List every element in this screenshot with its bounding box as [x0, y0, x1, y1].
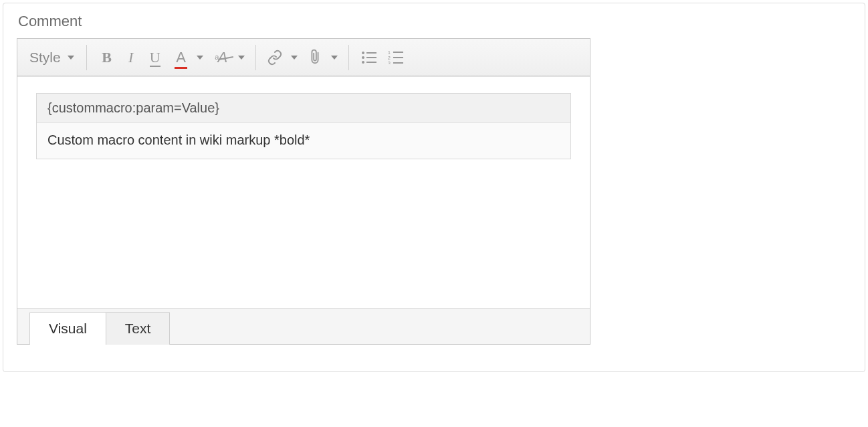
paperclip-icon	[308, 49, 322, 66]
clear-format-icon: aA	[215, 49, 227, 66]
clear-formatting-button[interactable]: aA	[210, 46, 247, 69]
caret-icon	[68, 56, 74, 60]
bold-icon: B	[102, 49, 112, 66]
panel-title: Comment	[18, 13, 851, 30]
text-color-icon: A	[176, 50, 186, 65]
svg-rect-11	[393, 62, 403, 64]
italic-icon: I	[128, 49, 133, 66]
text-color-button[interactable]: A	[171, 46, 206, 69]
separator	[86, 45, 87, 70]
caret-icon	[197, 56, 203, 60]
bullet-list-button[interactable]	[357, 46, 381, 69]
separator	[255, 45, 256, 70]
toolbar: Style B I U A	[17, 39, 590, 76]
svg-text:1: 1	[388, 51, 391, 55]
tab-visual[interactable]: Visual	[29, 312, 106, 345]
style-dropdown[interactable]: Style	[28, 50, 78, 66]
caret-icon	[238, 56, 245, 60]
svg-rect-7	[393, 52, 403, 53]
underline-button[interactable]: U	[143, 46, 167, 69]
comment-panel: Comment Style B I U A	[3, 3, 865, 372]
underline-icon: U	[150, 50, 160, 65]
tab-text[interactable]: Text	[106, 312, 171, 345]
bold-button[interactable]: B	[95, 46, 119, 69]
attachment-button[interactable]	[304, 46, 340, 69]
style-label: Style	[29, 50, 61, 66]
numbered-list-icon: 1 2 3	[388, 51, 404, 64]
bullet-list-icon	[361, 51, 377, 64]
editor-canvas[interactable]: {custommacro:param=Value} Custom macro c…	[17, 76, 590, 308]
editor: Style B I U A	[17, 38, 590, 345]
italic-button[interactable]: I	[119, 46, 143, 69]
editor-mode-tabs: Visual Text	[17, 308, 590, 344]
separator	[348, 45, 349, 70]
link-button[interactable]	[264, 46, 300, 69]
caret-icon	[291, 56, 298, 60]
macro-header: {custommacro:param=Value}	[37, 94, 570, 123]
svg-text:2: 2	[388, 56, 391, 60]
svg-rect-5	[366, 62, 376, 63]
svg-rect-9	[393, 57, 403, 58]
caret-icon	[331, 56, 338, 60]
macro-body: Custom macro content in wiki markup *bol…	[37, 123, 570, 159]
svg-point-4	[362, 61, 364, 64]
macro-block[interactable]: {custommacro:param=Value} Custom macro c…	[36, 93, 571, 159]
svg-rect-1	[366, 52, 376, 54]
svg-point-2	[362, 56, 364, 59]
svg-text:3: 3	[388, 61, 391, 64]
svg-rect-3	[366, 57, 376, 58]
numbered-list-button[interactable]: 1 2 3	[384, 46, 408, 69]
link-icon	[267, 50, 283, 66]
svg-point-0	[362, 52, 364, 54]
